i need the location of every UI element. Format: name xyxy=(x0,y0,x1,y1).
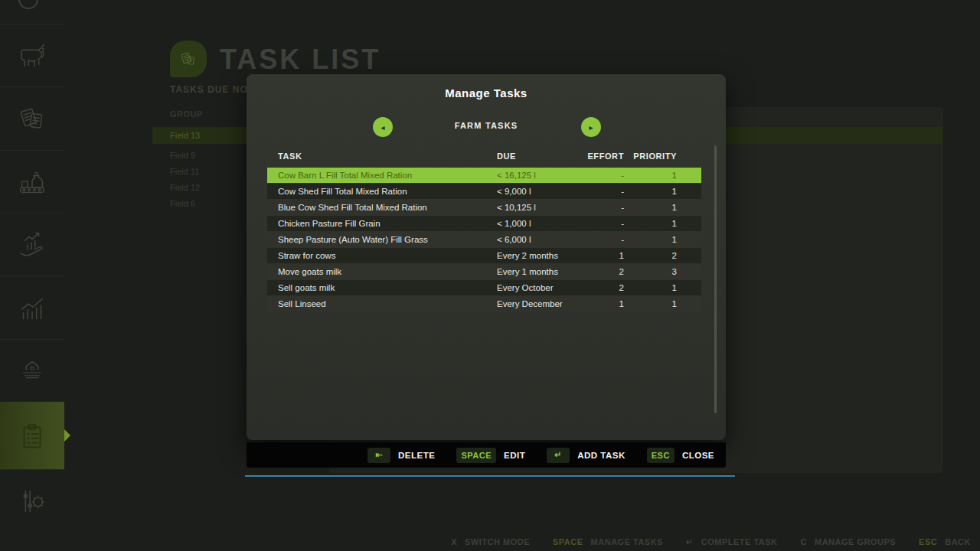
dialog-title: Manage Tasks xyxy=(247,86,726,99)
hint-key: ↵ xyxy=(686,537,694,547)
cell-due: < 10,125 l xyxy=(497,203,581,212)
group-row: Field 9 xyxy=(170,148,195,163)
tab-tasks-due-now: TASKS DUE NOW xyxy=(170,84,257,95)
cell-task: Blue Cow Shed Fill Total Mixed Ration xyxy=(267,203,497,212)
hint-label: BACK xyxy=(945,537,971,546)
hint-item: SPACE MANAGE TASKS xyxy=(553,537,663,546)
key-badge: SPACE xyxy=(456,448,496,463)
table-row[interactable]: Blue Cow Shed Fill Total Mixed Ration < … xyxy=(267,200,701,215)
group-column-header: GROUP xyxy=(170,109,203,119)
hint-item: ESC BACK xyxy=(919,537,971,546)
table-row[interactable]: Cow Barn L Fill Total Mixed Ration < 16,… xyxy=(267,168,701,183)
background-hint-bar: X SWITCH MODE SPACE MANAGE TASKS ↵ COMPL… xyxy=(451,534,971,549)
table-body: Cow Barn L Fill Total Mixed Ration < 16,… xyxy=(267,168,701,311)
hint-button[interactable]: ESC CLOSE xyxy=(647,448,714,463)
cell-task: Move goats milk xyxy=(267,267,497,276)
hand-chart-icon xyxy=(15,227,50,262)
category-selector: ◂ FARM TASKS ▸ xyxy=(247,117,726,137)
key-badge: ⇤ xyxy=(368,448,390,463)
documents-icon xyxy=(15,101,50,136)
cell-effort: 2 xyxy=(581,283,624,292)
hint-button[interactable]: ↵ ADD TASK xyxy=(547,448,626,463)
task-list-icon xyxy=(15,418,50,453)
cell-task: Sheep Pasture (Auto Water) Fill Grass xyxy=(267,235,497,244)
hint-label: SWITCH MODE xyxy=(465,537,530,546)
hint-key: ESC xyxy=(919,537,937,546)
production-icon xyxy=(15,165,50,200)
cell-due: < 1,000 l xyxy=(497,219,581,228)
sidebar-item-production xyxy=(0,151,64,214)
cell-due: Every December xyxy=(497,299,581,308)
table-row[interactable]: Straw for cows Every 2 months 1 2 xyxy=(267,248,701,263)
cell-priority: 2 xyxy=(624,251,701,260)
column-effort: EFFORT xyxy=(581,152,624,161)
group-row: Field 12 xyxy=(170,180,200,195)
manage-tasks-dialog: Manage Tasks ◂ FARM TASKS ▸ TASK DUE EFF… xyxy=(247,74,726,440)
hint-item: X SWITCH MODE xyxy=(451,537,530,546)
hint-label: COMPLETE TASK xyxy=(701,537,778,546)
hint-key: C xyxy=(801,537,807,546)
next-category-button[interactable]: ▸ xyxy=(581,117,601,137)
dialog-hint-bar: ⇤ DELETE SPACE EDIT ↵ ADD TASK ESC CLOSE xyxy=(247,442,726,468)
farm-logo-icon xyxy=(15,354,50,389)
cell-due: Every October xyxy=(497,283,581,292)
cell-effort: - xyxy=(581,187,624,196)
cell-task: Straw for cows xyxy=(267,251,497,260)
hint-label: ADD TASK xyxy=(577,451,626,460)
cell-effort: 2 xyxy=(581,267,624,276)
cell-priority: 1 xyxy=(624,219,701,228)
chevron-right-icon: ▸ xyxy=(589,123,593,132)
cell-priority: 1 xyxy=(624,203,701,212)
sidebar-item-contracts xyxy=(0,87,64,150)
cell-effort: 1 xyxy=(581,251,624,260)
table-scrollbar[interactable] xyxy=(714,145,717,413)
notes-icon xyxy=(177,47,200,70)
cell-effort: - xyxy=(581,171,624,180)
hint-label: DELETE xyxy=(398,451,435,460)
cell-priority: 1 xyxy=(624,187,701,196)
key-badge: ESC xyxy=(647,448,675,463)
cell-priority: 1 xyxy=(624,171,701,180)
cell-task: Cow Barn L Fill Total Mixed Ration xyxy=(267,171,497,180)
cow-icon xyxy=(15,38,50,73)
cell-effort: - xyxy=(581,235,624,244)
hint-label: MANAGE TASKS xyxy=(591,537,663,546)
hint-button[interactable]: ⇤ DELETE xyxy=(368,448,435,463)
cell-task: Cow Shed Fill Total Mixed Ration xyxy=(267,187,497,196)
cell-task: Sell goats milk xyxy=(267,283,497,292)
table-row[interactable]: Move goats milk Every 1 months 2 3 xyxy=(267,264,701,279)
column-task: TASK xyxy=(267,152,497,161)
cell-task: Chicken Pasture Fill Grain xyxy=(267,219,497,228)
column-priority: PRIORITY xyxy=(624,152,701,161)
hint-key: X xyxy=(451,537,457,546)
tasks-table: TASK DUE EFFORT PRIORITY Cow Barn L Fill… xyxy=(267,150,701,312)
table-row[interactable]: Chicken Pasture Fill Grain < 1,000 l - 1 xyxy=(267,216,701,231)
cell-priority: 1 xyxy=(624,235,701,244)
hint-item: ↵ COMPLETE TASK xyxy=(686,537,778,547)
group-row: Field 6 xyxy=(170,196,195,211)
table-row[interactable]: Sell Linseed Every December 1 1 xyxy=(267,296,701,311)
sliders-gear-icon xyxy=(15,484,50,519)
table-header: TASK DUE EFFORT PRIORITY xyxy=(267,150,701,162)
hint-item: C MANAGE GROUPS xyxy=(801,537,897,546)
sidebar-selection-arrow xyxy=(64,429,70,442)
cell-effort: 1 xyxy=(581,299,624,308)
table-row[interactable]: Sheep Pasture (Auto Water) Fill Grass < … xyxy=(267,232,701,247)
blue-divider xyxy=(245,475,735,477)
cell-effort: - xyxy=(581,219,624,228)
key-badge: ↵ xyxy=(547,448,570,463)
table-row[interactable]: Cow Shed Fill Total Mixed Ration < 9,000… xyxy=(267,184,701,199)
task-list-page-icon xyxy=(170,41,207,77)
sidebar-item-task-list xyxy=(0,402,64,469)
cell-due: Every 1 months xyxy=(497,267,581,276)
cell-priority: 3 xyxy=(624,267,701,276)
column-due: DUE xyxy=(497,152,581,161)
cell-priority: 1 xyxy=(624,299,701,308)
cell-due: < 9,000 l xyxy=(497,187,581,196)
table-row[interactable]: Sell goats milk Every October 2 1 xyxy=(267,280,701,295)
sidebar-item-statistics xyxy=(0,276,64,339)
sidebar-item-finances xyxy=(0,214,64,276)
hint-button[interactable]: SPACE EDIT xyxy=(456,448,525,463)
sidebar-item-farm-brand xyxy=(0,340,64,403)
hint-key: SPACE xyxy=(553,537,583,546)
